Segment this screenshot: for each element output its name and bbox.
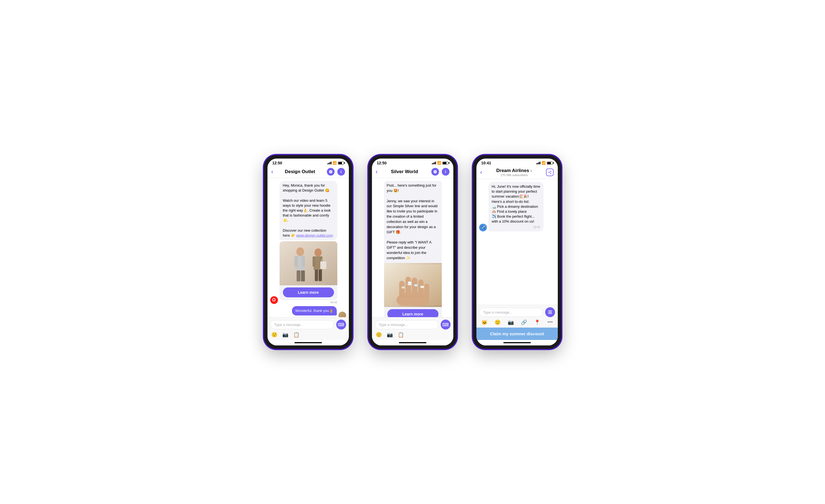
emoji-icon-1[interactable]: 🙂 bbox=[271, 332, 277, 338]
keyboard-btn-2[interactable]: ⌨ bbox=[441, 320, 451, 330]
home-indicator-3 bbox=[476, 340, 558, 345]
keyboard-btn-1[interactable]: ⌨ bbox=[336, 320, 346, 330]
camera-icon-1[interactable]: 📷 bbox=[282, 332, 288, 338]
emoji-icon-3[interactable]: 🙂 bbox=[495, 319, 501, 325]
gif-icon-3[interactable]: 🔗 bbox=[521, 319, 527, 325]
battery-icon-1 bbox=[338, 162, 344, 165]
back-button-3[interactable]: ‹ bbox=[480, 169, 482, 175]
jewelry-image-2 bbox=[384, 263, 442, 307]
input-row-1: Type a message... ⌨ bbox=[270, 320, 346, 330]
share-icon-3[interactable] bbox=[546, 168, 554, 176]
user-avatar-1 bbox=[339, 312, 346, 317]
home-bar-3 bbox=[503, 342, 531, 343]
svg-rect-21 bbox=[418, 279, 424, 301]
more-icon-3[interactable]: ••• bbox=[548, 319, 553, 325]
info-icon-2[interactable]: i bbox=[442, 168, 449, 176]
svg-rect-13 bbox=[319, 270, 322, 281]
svg-rect-1 bbox=[280, 242, 337, 285]
phone-1-screen: 12:50 📶 ‹ Design Outlet bbox=[268, 159, 349, 345]
signal-icon-2 bbox=[432, 162, 436, 164]
svg-rect-28 bbox=[548, 311, 552, 311]
channel-icons-3 bbox=[546, 168, 554, 176]
input-area-1: Type a message... ⌨ 🙂 📷 📋 bbox=[268, 317, 349, 340]
phone-2-screen: 12:50 📶 ‹ Silver World bbox=[372, 159, 453, 345]
channel-message-3: ✈️ Hi, June! It's now officially time to… bbox=[479, 182, 544, 231]
location-icon-3[interactable]: 📍 bbox=[534, 319, 540, 325]
input-area-2: Type a message... ⌨ 🙂 📷 📋 bbox=[372, 317, 453, 340]
input-row-2: Type a message... ⌨ bbox=[375, 320, 451, 330]
msg-text-1: Hey, Monica, thank you for shopping at D… bbox=[283, 183, 333, 237]
phone-3-screen: 10:41 📶 ‹ bbox=[476, 159, 558, 345]
home-bar-1 bbox=[294, 342, 322, 343]
learn-more-btn-2[interactable]: Learn more bbox=[387, 309, 439, 317]
sent-bubble-1: Wonderful, thank you👌 bbox=[292, 306, 337, 316]
nav-icons-1: i bbox=[327, 168, 345, 176]
time-2: 12:50 bbox=[377, 161, 387, 165]
keyboard-btn-3[interactable] bbox=[545, 307, 555, 317]
link-1[interactable]: www.design-outlet.com bbox=[296, 233, 333, 237]
chat-title-2: Silver World bbox=[391, 169, 418, 174]
fashion-illustration bbox=[280, 242, 337, 285]
wifi-icon-2: 📶 bbox=[437, 161, 441, 165]
status-bar-1: 12:50 📶 bbox=[268, 159, 349, 166]
back-button-1[interactable]: ‹ bbox=[271, 169, 273, 175]
viber-icon-1[interactable] bbox=[327, 168, 334, 176]
svg-rect-7 bbox=[301, 270, 305, 281]
message-input-2[interactable]: Type a message... bbox=[375, 320, 439, 329]
message-1-sent: Wonderful, thank you👌 09:49 bbox=[292, 306, 346, 317]
svg-rect-6 bbox=[297, 270, 300, 281]
jewelry-illustration bbox=[384, 264, 442, 306]
chat-area-1[interactable]: O Hey, Monica, thank you for shopping at… bbox=[268, 178, 349, 317]
svg-point-8 bbox=[314, 248, 322, 257]
emoji-icon-2[interactable]: 🙂 bbox=[376, 332, 382, 338]
input-icons-3: 🐱 🙂 📷 🔗 📍 ••• bbox=[479, 319, 555, 325]
channel-info-3: Dream Airlines › 270 986 subscribers bbox=[496, 168, 532, 177]
message-input-3[interactable]: Type a message... bbox=[479, 308, 543, 317]
input-icons-1: 🙂 📷 📋 bbox=[270, 332, 346, 338]
message-1-received: O Hey, Monica, thank you for shopping at… bbox=[270, 181, 335, 304]
svg-rect-4 bbox=[294, 256, 298, 267]
sent-text-1: Wonderful, thank you👌 bbox=[295, 309, 333, 313]
phone-2: 12:50 📶 ‹ Silver World bbox=[369, 155, 457, 349]
phone-3: 10:41 📶 ‹ bbox=[473, 155, 561, 349]
camera-icon-2[interactable]: 📷 bbox=[387, 332, 393, 338]
svg-point-2 bbox=[296, 247, 304, 256]
sticker-icon-3[interactable]: 🐱 bbox=[481, 319, 487, 325]
sticker-icon-2[interactable]: 📋 bbox=[398, 332, 404, 338]
channel-subtitle-3: 270 986 subscribers bbox=[501, 173, 528, 177]
message-2-received: 🎖 Psst... here's something just for you … bbox=[375, 181, 439, 317]
svg-rect-30 bbox=[548, 313, 552, 314]
home-indicator-1 bbox=[268, 340, 349, 345]
wifi-icon-3: 📶 bbox=[541, 161, 546, 165]
svg-rect-18 bbox=[399, 281, 405, 302]
channel-msg-time-3: 10:41 bbox=[492, 225, 540, 229]
msg-time-1: 09:48 bbox=[280, 301, 337, 304]
fashion-image-1 bbox=[280, 241, 337, 285]
learn-more-btn-1[interactable]: Learn more bbox=[283, 287, 334, 297]
placeholder-2: Type a message... bbox=[379, 323, 408, 327]
placeholder-3: Type a message... bbox=[483, 310, 512, 314]
sticker-icon-1[interactable]: 📋 bbox=[293, 332, 299, 338]
svg-rect-5 bbox=[302, 256, 305, 267]
time-3: 10:41 bbox=[481, 161, 491, 165]
svg-rect-22 bbox=[424, 283, 429, 300]
svg-rect-26 bbox=[414, 284, 418, 286]
channel-bubble-3: Hi, June! It's now officially time to st… bbox=[489, 182, 544, 231]
info-icon-1[interactable]: i bbox=[337, 168, 345, 176]
svg-rect-12 bbox=[315, 270, 318, 281]
svg-point-25 bbox=[408, 281, 411, 283]
home-indicator-2 bbox=[372, 340, 453, 345]
bubble-1: Hey, Monica, thank you for shopping at D… bbox=[280, 181, 337, 240]
viber-icon-2[interactable] bbox=[431, 168, 439, 176]
claim-button-3[interactable]: Claim my summer discount bbox=[476, 328, 558, 340]
status-icons-3: 📶 bbox=[536, 161, 553, 165]
battery-icon-2 bbox=[442, 162, 448, 165]
svg-rect-23 bbox=[401, 286, 405, 288]
back-button-2[interactable]: ‹ bbox=[376, 169, 378, 175]
channel-title-3: Dream Airlines › bbox=[496, 168, 532, 173]
message-input-1[interactable]: Type a message... bbox=[270, 320, 334, 329]
camera-icon-3[interactable]: 📷 bbox=[508, 319, 514, 325]
chat-area-3[interactable]: ✈️ Hi, June! It's now officially time to… bbox=[476, 179, 558, 305]
chat-title-1: Design Outlet bbox=[285, 169, 315, 174]
chat-area-2[interactable]: 🎖 Psst... here's something just for you … bbox=[372, 178, 453, 317]
